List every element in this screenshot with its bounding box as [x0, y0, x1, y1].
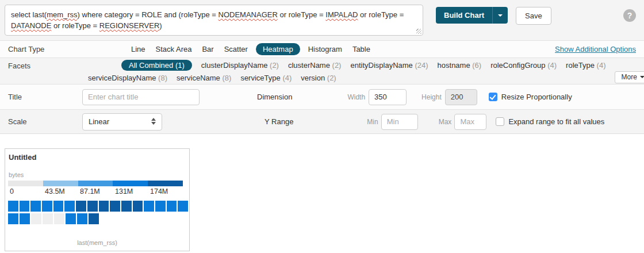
query-text-segment: ) — [159, 21, 162, 30]
chart-type-option[interactable]: Table — [352, 45, 370, 53]
facet-item[interactable]: clusterDisplayName (2) — [201, 61, 279, 70]
chart-preview-title: Untitled — [9, 153, 189, 162]
facets-row: Facets All Combined (1) clusterDisplayNa… — [0, 57, 644, 84]
facet-name: roleType — [566, 61, 595, 70]
query-input[interactable]: select last(mem_rss) where category = RO… — [5, 5, 423, 36]
query-text-segment: NODEMANAGER — [218, 10, 278, 19]
facet-count: (4) — [282, 74, 292, 82]
facet-item[interactable]: serviceDisplayName (8) — [88, 74, 167, 82]
facet-name: clusterName — [288, 61, 330, 70]
chart-preview-card: Untitled bytes 043.5M87.1M131M174M last(… — [5, 148, 190, 251]
facet-item[interactable]: serviceType (4) — [240, 74, 292, 82]
heatmap-cell — [89, 213, 99, 224]
facet-line-1: All Combined (1) clusterDisplayName (2) … — [121, 59, 615, 71]
facet-item[interactable]: clusterName (2) — [288, 61, 341, 70]
facet-line-2: serviceDisplayName (8) serviceName (8) s… — [88, 72, 615, 83]
show-additional-options-link[interactable]: Show Additional Options — [555, 45, 636, 53]
chart-type-row: Chart Type LineStack AreaBarScatterHeatm… — [0, 40, 644, 57]
max-label: Max — [439, 118, 452, 126]
query-section: select last(mem_rss) where category = RO… — [0, 0, 644, 40]
more-facets-button[interactable]: More — [615, 71, 644, 83]
scale-row: Scale Linear Y Range Min Max Expand rang… — [0, 109, 644, 133]
facet-item[interactable]: serviceName (8) — [177, 74, 231, 82]
chevron-down-icon — [498, 14, 503, 17]
expand-range-checkbox[interactable] — [496, 117, 504, 126]
facet-item[interactable]: hostname (6) — [438, 61, 482, 70]
heatmap-legend-gradient — [8, 181, 183, 186]
facet-count: (4) — [597, 61, 606, 70]
facet-item[interactable]: entityDisplayName (24) — [350, 61, 428, 70]
height-input — [445, 89, 477, 105]
chart-type-option[interactable]: Scatter — [224, 45, 248, 53]
scale-select-value: Linear — [89, 117, 109, 126]
heatmap-cell — [43, 213, 53, 224]
heatmap-row-2 — [8, 213, 189, 224]
min-label: Min — [367, 118, 378, 126]
build-chart-split-button: Build Chart — [436, 7, 508, 24]
facet-name: serviceDisplayName — [88, 74, 156, 82]
facet-count: (2) — [332, 61, 342, 70]
facet-item[interactable]: roleType (4) — [566, 61, 605, 70]
y-range-label: Y Range — [264, 117, 293, 126]
min-input[interactable] — [381, 114, 418, 130]
heatmap-row-1 — [8, 201, 189, 212]
chart-type-option[interactable]: Bar — [202, 45, 213, 53]
facet-count: (1) — [175, 61, 185, 70]
heatmap-cell — [53, 201, 64, 212]
heatmap-cell — [133, 201, 143, 212]
facet-item[interactable]: version (2) — [301, 74, 336, 82]
legend-scale-label: 0 — [8, 187, 43, 195]
build-chart-button[interactable]: Build Chart — [436, 7, 492, 24]
title-label: Title — [0, 93, 82, 101]
heatmap-cell — [178, 201, 188, 212]
heatmap-cell — [76, 201, 86, 212]
query-text-segment: DATANODE — [11, 21, 51, 30]
query-text-segment: REGIONSERVER — [99, 21, 160, 30]
chart-type-label: Chart Type — [0, 45, 121, 53]
heatmap-cell — [99, 201, 109, 212]
query-text-segment: ) where category = ROLE and (roleType = — [78, 10, 218, 19]
facet-count: (24) — [415, 61, 428, 70]
build-chart-dropdown-button[interactable] — [492, 7, 508, 24]
resize-proportionally-checkbox[interactable] — [489, 93, 497, 101]
max-input[interactable] — [454, 114, 486, 130]
heatmap-cell — [31, 213, 41, 224]
scale-select[interactable]: Linear — [82, 113, 162, 131]
width-input[interactable] — [369, 89, 407, 105]
legend-color-segment — [78, 181, 113, 186]
query-text-segment: or roleType = — [358, 10, 404, 19]
chevron-down-icon — [640, 76, 644, 78]
facet-list: All Combined (1) clusterDisplayName (2) … — [121, 59, 615, 84]
facets-label: Facets — [0, 59, 121, 72]
help-icon[interactable]: ? — [623, 9, 636, 22]
facet-name: entityDisplayName — [350, 61, 412, 70]
heatmap-cell — [64, 201, 75, 212]
facet-count: (2) — [270, 61, 279, 70]
chart-type-option[interactable]: Line — [131, 45, 145, 53]
chart-type-option[interactable]: Heatmap — [256, 43, 300, 55]
facet-item[interactable]: roleConfigGroup (4) — [490, 61, 557, 70]
chart-title-input[interactable] — [82, 89, 200, 105]
chart-type-option[interactable]: Stack Area — [156, 45, 192, 53]
heatmap-cell — [144, 201, 154, 212]
legend-color-segment — [113, 181, 148, 186]
heatmap-cell — [155, 201, 166, 212]
chart-builder-panel: select last(mem_rss) where category = RO… — [0, 0, 644, 134]
facet-item[interactable]: All Combined (1) — [121, 60, 192, 71]
width-label: Width — [347, 93, 365, 101]
heatmap-cell — [77, 213, 87, 224]
heatmap-cell — [30, 201, 41, 212]
resize-proportionally-label: Resize Proportionally — [501, 93, 572, 101]
chart-type-options: LineStack AreaBarScatterHeatmapHistogram… — [131, 43, 381, 55]
title-row: Title Dimension Width Height Resize Prop… — [0, 84, 644, 109]
legend-color-segment — [8, 181, 43, 186]
save-button[interactable]: Save — [516, 7, 551, 25]
heatmap-cell — [20, 213, 30, 224]
query-text-segment: IMPALAD — [325, 10, 358, 19]
legend-scale-label: 174M — [148, 187, 183, 195]
heatmap-cell — [121, 201, 132, 212]
legend-color-segment — [148, 181, 183, 186]
chart-footer-label: last(mem_rss) — [5, 239, 189, 246]
chart-type-option[interactable]: Histogram — [308, 45, 342, 53]
legend-scale-label: 43.5M — [43, 187, 78, 195]
